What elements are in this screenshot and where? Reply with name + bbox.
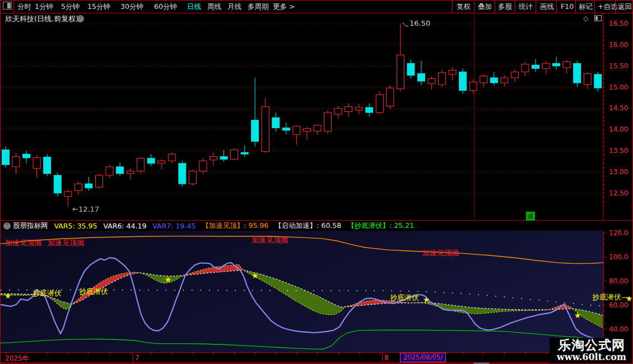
- indicator-axis-label: 120.0: [609, 229, 628, 237]
- time-tick: [213, 353, 214, 354]
- period-tab-7[interactable]: 日线: [187, 2, 201, 12]
- signal-text-label: 加速见顶抛: [48, 238, 84, 248]
- time-tick: [172, 353, 173, 354]
- diamond-icon[interactable]: ◇: [583, 15, 588, 22]
- star-signal-marker: ★: [423, 295, 430, 304]
- action-button-5[interactable]: 画线: [540, 2, 554, 12]
- toolbar-separator: [452, 1, 453, 13]
- low-price-annotation: ←12.17: [72, 205, 99, 213]
- time-tick: [296, 353, 297, 354]
- time-axis[interactable]: 2025年 78 2025/08/05/二: [1, 352, 632, 363]
- toolbar-separator: [495, 1, 495, 13]
- price-axis-label: 14.00: [609, 125, 628, 133]
- time-tick: [26, 353, 27, 354]
- period-tab-8[interactable]: 周线: [207, 2, 221, 12]
- split-pane-icon[interactable]: [594, 15, 602, 21]
- toolbar-separator: [556, 1, 557, 13]
- time-tick: [504, 353, 505, 354]
- candlestick-chart-canvas[interactable]: [1, 13, 633, 220]
- toolbar-separator: [594, 1, 595, 13]
- reduce-marker-badge: 减: [526, 212, 535, 221]
- period-tab-5[interactable]: 30分钟: [120, 2, 143, 12]
- selected-date-box[interactable]: 2025/08/05/二: [400, 353, 446, 362]
- price-axis-label: 16.50: [609, 20, 628, 27]
- time-tick: [546, 353, 547, 354]
- time-tick: [131, 353, 131, 354]
- signal-text-label: 抄底潜伏: [32, 288, 62, 298]
- indicator-axis-label: 100.0: [609, 253, 628, 261]
- time-tick: [276, 353, 276, 354]
- action-button-2[interactable]: 叠加: [478, 2, 492, 12]
- toolbar-separator: [474, 1, 474, 13]
- period-tab-10[interactable]: 多周期: [248, 2, 269, 12]
- action-button-7[interactable]: 标记: [579, 2, 593, 12]
- split-window-icon[interactable]: [3, 2, 12, 10]
- indicator-header-item-1: 股朋指标网: [13, 221, 48, 231]
- month-boundary-line: [133, 353, 133, 362]
- signal-text-label: 抄底潜伏: [79, 287, 108, 297]
- signal-text-label: 加速见顶抛: [252, 235, 288, 245]
- chevron-down-icon[interactable]: ˅: [3, 222, 11, 230]
- time-tick: [68, 353, 68, 354]
- time-tick: [47, 353, 48, 354]
- indicator-header-item-5: 【加速见顶】: 95.96: [202, 221, 268, 231]
- period-tab-2[interactable]: 1分钟: [35, 2, 53, 12]
- action-button-9[interactable]: 返回: [618, 2, 632, 12]
- time-tick: [359, 353, 360, 354]
- time-tick: [193, 353, 193, 354]
- period-tab-9[interactable]: 月线: [227, 2, 241, 12]
- price-axis-label: 16.00: [609, 41, 628, 49]
- indicator-axis-label: 60.00: [609, 301, 628, 309]
- month-boundary-line: [382, 353, 383, 362]
- price-axis-label: 15.50: [609, 62, 628, 70]
- action-button-3[interactable]: 多股: [498, 2, 512, 12]
- indicator-axis-label: 40.00: [609, 325, 628, 333]
- toolbar-separator: [575, 1, 576, 13]
- time-tick: [255, 353, 255, 354]
- indicator-header-item-3: VAR6: 44.19: [103, 222, 146, 230]
- star-signal-marker: ★: [252, 271, 259, 280]
- time-tick: [380, 353, 380, 354]
- star-signal-marker: ★: [574, 311, 581, 320]
- price-axis-label: 14.50: [609, 104, 628, 112]
- month-label: 8: [384, 354, 389, 362]
- time-tick: [234, 353, 235, 354]
- period-tab-6[interactable]: 60分钟: [154, 2, 177, 12]
- period-tab-1[interactable]: 分时: [17, 2, 31, 12]
- toolbar-separator: [13, 1, 14, 13]
- period-tab-4[interactable]: 15分钟: [87, 2, 110, 12]
- trading-app-window: 分时1分钟5分钟15分钟30分钟60分钟日线周线月线多周期更多 > 复权叠加多股…: [0, 0, 633, 364]
- time-tick: [463, 353, 463, 354]
- time-tick: [6, 353, 6, 354]
- watermark: 乐淘公式网 www.60lt.com: [550, 338, 633, 364]
- indicator-header-item-7: 【抄底潜伏】: 25.21: [347, 221, 414, 231]
- indicator-header-item-2: VAR5: 35.95: [54, 222, 97, 230]
- action-button-1[interactable]: 复权: [457, 2, 471, 12]
- indicator-header-item-6: 【启动加速】: 60.58: [274, 221, 341, 231]
- period-tab-11[interactable]: 更多 >: [273, 2, 295, 12]
- chevron-down-icon[interactable]: ˅: [77, 15, 84, 22]
- time-tick: [151, 353, 152, 354]
- price-axis-label: 12.50: [609, 189, 628, 197]
- price-axis-label: 13.00: [609, 168, 628, 176]
- watermark-url: www.60lt.com: [550, 352, 633, 362]
- year-label: 2025年: [5, 354, 29, 363]
- toolbar-separator: [515, 1, 515, 13]
- indicator-header: ˅ 股朋指标网VAR5: 35.95VAR6: 44.19VAR7: 19.45…: [1, 221, 632, 231]
- star-signal-marker: ★: [4, 291, 12, 300]
- time-tick: [483, 353, 484, 354]
- action-button-4[interactable]: 统计: [519, 2, 533, 12]
- watermark-site-name: 乐淘公式网: [550, 338, 633, 352]
- period-tab-3[interactable]: 5分钟: [61, 2, 80, 12]
- signal-text-label: 加速见顶抛: [422, 248, 459, 258]
- time-tick: [89, 353, 89, 354]
- high-price-annotation: 16.50: [409, 19, 430, 27]
- time-tick: [318, 353, 318, 354]
- action-button-6[interactable]: F10: [561, 2, 574, 11]
- month-label: 7: [135, 354, 139, 362]
- star-signal-marker: ★: [165, 275, 172, 284]
- time-tick: [338, 353, 339, 354]
- indicator-axis-label: 80.00: [609, 277, 628, 285]
- time-tick: [110, 353, 110, 354]
- signal-text-label: 加速见顶抛: [5, 238, 41, 248]
